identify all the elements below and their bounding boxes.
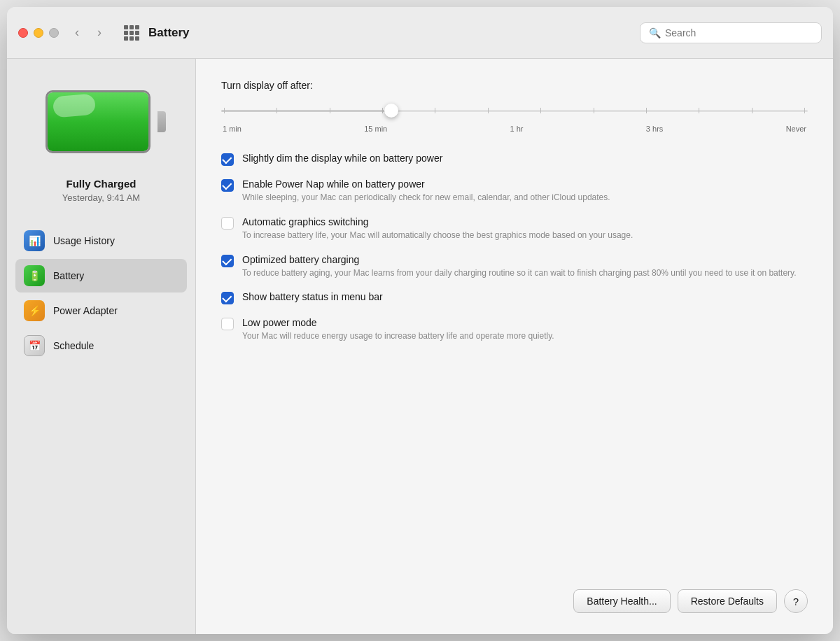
chevron-right-icon: › [97, 25, 102, 40]
footer-buttons: Battery Health... Restore Defaults ? [221, 575, 808, 613]
option-label-power-nap: Enable Power Nap while on battery power [242, 178, 808, 190]
close-button[interactable] [18, 28, 28, 38]
battery-icon: 🔋 [24, 265, 45, 286]
option-text-dim-display: Slightly dim the display while on batter… [242, 153, 808, 166]
slider-label-never: Never [786, 125, 806, 133]
option-text-low-power: Low power mode Your Mac will reduce ener… [242, 317, 808, 342]
sidebar-item-label: Usage History [53, 235, 115, 246]
option-text-power-nap: Enable Power Nap while on battery power … [242, 178, 808, 204]
display-off-label: Turn display off after: [221, 80, 808, 91]
back-button[interactable]: ‹ [67, 23, 87, 43]
power-icon-symbol: ⚡ [29, 305, 41, 316]
tick [224, 108, 225, 113]
usage-icon-symbol: 📊 [29, 235, 41, 246]
battery-terminal [158, 111, 166, 132]
usage-history-icon: 📊 [24, 230, 45, 251]
tick [435, 108, 435, 113]
option-optimized-charging: Optimized battery charging To reduce bat… [221, 254, 808, 279]
sidebar-item-usage-history[interactable]: 📊 Usage History [15, 224, 187, 258]
option-desc-low-power: Your Mac will reduce energy usage to inc… [242, 330, 808, 342]
tick [276, 108, 277, 113]
option-label-optimized-charging: Optimized battery charging [242, 254, 808, 265]
slider-labels: 1 min 15 min 1 hr 3 hrs Never [221, 125, 808, 133]
maximize-button[interactable] [49, 28, 59, 38]
battery-icon-symbol: 🔋 [29, 270, 41, 281]
option-show-status: Show battery status in menu bar [221, 291, 808, 304]
checkbox-low-power[interactable] [221, 318, 234, 330]
display-off-slider-container: Turn display off after: [221, 80, 808, 133]
tick [488, 108, 489, 113]
search-box[interactable]: 🔍 [640, 22, 822, 43]
sidebar-item-power-adapter[interactable]: ⚡ Power Adapter [15, 294, 187, 327]
option-text-show-status: Show battery status in menu bar [242, 291, 808, 304]
option-power-nap: Enable Power Nap while on battery power … [221, 178, 808, 204]
restore-defaults-button[interactable]: Restore Defaults [678, 589, 777, 613]
search-input[interactable] [665, 27, 813, 38]
slider-label-3hrs: 3 hrs [646, 125, 663, 133]
option-label-auto-graphics: Automatic graphics switching [242, 216, 808, 227]
battery-body [46, 90, 150, 153]
forward-button[interactable]: › [90, 23, 109, 43]
option-label-low-power: Low power mode [242, 317, 808, 328]
battery-icon-container [38, 80, 164, 164]
checkbox-power-nap[interactable] [221, 179, 234, 192]
option-desc-auto-graphics: To increase battery life, your Mac will … [242, 230, 808, 241]
option-low-power: Low power mode Your Mac will reduce ener… [221, 317, 808, 342]
schedule-icon-symbol: 📅 [29, 340, 41, 351]
tick [646, 108, 647, 113]
battery-status-time: Yesterday, 9:41 AM [62, 192, 140, 203]
power-adapter-icon: ⚡ [24, 300, 45, 321]
tick [804, 108, 805, 113]
battery-status-title: Fully Charged [62, 178, 140, 190]
chevron-left-icon: ‹ [75, 25, 79, 40]
option-text-optimized-charging: Optimized battery charging To reduce bat… [242, 254, 808, 279]
content-panel: Turn display off after: [196, 59, 833, 634]
checkbox-dim-display[interactable] [221, 153, 234, 166]
grid-icon [124, 25, 139, 41]
slider-label-1min: 1 min [223, 125, 241, 133]
search-icon: 🔍 [649, 27, 661, 38]
checkbox-show-status[interactable] [221, 292, 234, 304]
sidebar-item-label: Schedule [53, 340, 94, 351]
tick [330, 108, 330, 113]
help-button[interactable]: ? [784, 589, 808, 613]
battery-health-button[interactable]: Battery Health... [573, 589, 670, 613]
nav-buttons: ‹ › [67, 23, 109, 43]
option-desc-power-nap: While sleeping, your Mac can periodicall… [242, 192, 808, 204]
option-label-dim-display: Slightly dim the display while on batter… [242, 153, 808, 164]
sidebar-item-schedule[interactable]: 📅 Schedule [15, 329, 187, 362]
slider-thumb[interactable] [384, 104, 398, 118]
battery-graphic [46, 90, 158, 153]
main-window: ‹ › Battery 🔍 [7, 7, 833, 634]
slider-label-1hr: 1 hr [510, 125, 524, 133]
checkbox-auto-graphics[interactable] [221, 217, 234, 230]
option-dim-display: Slightly dim the display while on batter… [221, 153, 808, 166]
tick [699, 108, 699, 113]
tick [752, 108, 752, 113]
tick [540, 108, 541, 113]
sidebar-item-label: Battery [53, 270, 84, 281]
schedule-icon: 📅 [24, 335, 45, 356]
tick [382, 108, 383, 113]
sidebar: Fully Charged Yesterday, 9:41 AM 📊 Usage… [7, 59, 196, 634]
options-list: Slightly dim the display while on batter… [221, 153, 808, 575]
minimize-button[interactable] [34, 28, 43, 38]
slider-line [221, 110, 808, 112]
sidebar-nav: 📊 Usage History 🔋 Battery ⚡ Power Adapte… [7, 224, 195, 364]
traffic-lights [18, 28, 59, 38]
option-text-auto-graphics: Automatic graphics switching To increase… [242, 216, 808, 241]
option-auto-graphics: Automatic graphics switching To increase… [221, 216, 808, 241]
slider-track[interactable] [221, 102, 808, 119]
app-grid-button[interactable] [120, 22, 143, 44]
main-content: Fully Charged Yesterday, 9:41 AM 📊 Usage… [7, 59, 833, 634]
option-desc-optimized-charging: To reduce battery aging, your Mac learns… [242, 267, 808, 279]
battery-shine [52, 93, 95, 118]
sidebar-item-battery[interactable]: 🔋 Battery [15, 259, 187, 293]
battery-status: Fully Charged Yesterday, 9:41 AM [62, 178, 140, 203]
titlebar: ‹ › Battery 🔍 [7, 7, 833, 59]
sidebar-item-label: Power Adapter [53, 305, 118, 316]
window-title: Battery [148, 26, 640, 40]
tick [594, 108, 594, 113]
checkbox-optimized-charging[interactable] [221, 255, 234, 267]
slider-label-15min: 15 min [364, 125, 387, 133]
